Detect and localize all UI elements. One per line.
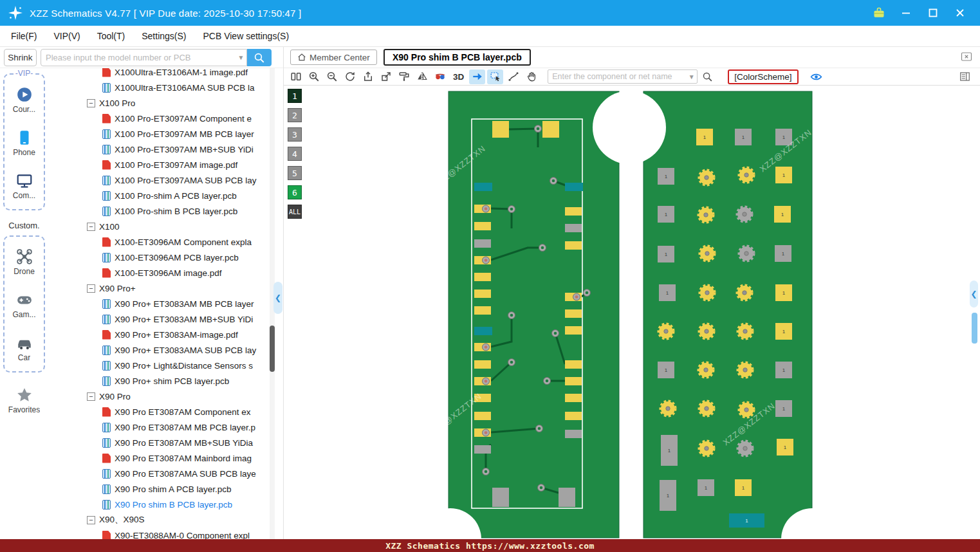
- measure-curve-icon[interactable]: [505, 69, 521, 84]
- flip-horizontal-icon[interactable]: [414, 69, 430, 84]
- tree-item[interactable]: X90 Pro shim B PCB layer.pcb: [48, 497, 270, 512]
- pcb-pad[interactable]: [474, 183, 492, 191]
- visibility-eye-icon[interactable]: [808, 69, 824, 84]
- layer-button-4[interactable]: 4: [288, 147, 302, 161]
- tree-item[interactable]: X90 Pro+ ET3083AM MB+SUB YiDi: [48, 311, 270, 327]
- member-center-button[interactable]: Member Center: [290, 50, 377, 65]
- tree-group[interactable]: −X90 Pro: [48, 389, 270, 404]
- collapse-minus-icon[interactable]: −: [87, 392, 95, 401]
- pcb-pad[interactable]: [565, 360, 582, 369]
- pcb-pad[interactable]: [474, 239, 491, 248]
- sidebar-item-cour[interactable]: Cour...: [5, 86, 44, 114]
- sidebar-item-drone[interactable]: Drone: [5, 248, 44, 276]
- tree-item[interactable]: X100 Pro-ET3097AM MB+SUB YiDi: [48, 142, 270, 157]
- tree-item[interactable]: X90 Pro ET3087AM MB+SUB YiDia: [48, 435, 270, 450]
- model-search-input[interactable]: [41, 53, 236, 62]
- tree-item[interactable]: X90 Pro ET3087AM MB PCB layer.p: [48, 419, 270, 435]
- pcb-pad[interactable]: [559, 488, 575, 507]
- pcb-pad[interactable]: [474, 222, 491, 230]
- tree-item[interactable]: X90 Pro ET3087AMA SUB PCB laye: [48, 466, 270, 481]
- layer-button-2[interactable]: 2: [288, 108, 302, 122]
- tree-item[interactable]: X90 Pro+ ET3083AM-image.pdf: [48, 327, 270, 342]
- tree-group[interactable]: −X100: [48, 219, 270, 234]
- layer-button-5[interactable]: 5: [288, 166, 302, 180]
- 3d-glasses-icon[interactable]: [432, 69, 448, 84]
- pcb-board-right[interactable]: [643, 91, 812, 538]
- pcb-pad[interactable]: [474, 445, 491, 454]
- tab-pcb-file[interactable]: X90 Pro shim B PCB layer.pcb: [384, 49, 531, 66]
- close-button[interactable]: [952, 5, 968, 21]
- search-button[interactable]: [247, 49, 272, 66]
- component-search-icon[interactable]: [699, 69, 716, 84]
- pcb-pad[interactable]: [474, 290, 491, 298]
- zoom-in-icon[interactable]: [306, 69, 322, 84]
- pcb-pad[interactable]: [474, 273, 491, 281]
- maximize-button[interactable]: [925, 5, 941, 21]
- minimize-button[interactable]: [898, 5, 914, 21]
- pcb-pad[interactable]: [492, 121, 509, 138]
- paint-roller-icon[interactable]: [396, 69, 412, 84]
- component-search-input[interactable]: [548, 72, 686, 81]
- layer-button-all[interactable]: ALL: [288, 205, 302, 219]
- chevron-down-icon[interactable]: ▼: [686, 73, 697, 80]
- colorscheme-button[interactable]: [ColorScheme]: [728, 69, 798, 84]
- tree-item[interactable]: X90 Pro ET3087AM Mainbord imag: [48, 450, 270, 466]
- zoom-out-icon[interactable]: [324, 69, 340, 84]
- tree-item[interactable]: X100 Pro-shim B PCB layer.pcb: [48, 203, 270, 219]
- tree-scrollbar-thumb[interactable]: [270, 326, 275, 372]
- tree-item[interactable]: X90 Pro+ shim PCB layer.pcb: [48, 373, 270, 389]
- sidebar-item-phone[interactable]: Phone: [5, 129, 44, 157]
- pcb-pad[interactable]: [474, 327, 492, 335]
- layer-button-6[interactable]: 6: [288, 185, 302, 199]
- pcb-pad[interactable]: [565, 394, 582, 402]
- pcb-pad[interactable]: [565, 207, 582, 216]
- menu-file[interactable]: File(F): [3, 31, 45, 41]
- right-scrollbar[interactable]: [972, 313, 977, 344]
- tree-item[interactable]: X100Ultra-ET3106AM-1 image.pdf: [48, 68, 270, 80]
- pcb-pad[interactable]: [542, 121, 559, 138]
- tree-item[interactable]: X100 Pro-ET3097AM image.pdf: [48, 157, 270, 172]
- menu-settings[interactable]: Settings(S): [133, 31, 194, 41]
- pcb-pad[interactable]: [492, 488, 509, 507]
- jump-arrow-icon[interactable]: [469, 69, 485, 84]
- tree-item[interactable]: X100 Pro-ET3097AMA SUB PCB lay: [48, 172, 270, 188]
- tree-group[interactable]: −X90、X90S: [48, 512, 270, 528]
- pcb-pad[interactable]: [474, 306, 491, 315]
- collapse-minus-icon[interactable]: −: [87, 223, 95, 231]
- tree-item[interactable]: X100 Pro-ET3097AM MB PCB layer: [48, 126, 270, 142]
- tree-item[interactable]: X90 Pro ET3087AM Component ex: [48, 404, 270, 419]
- collapse-right-handle[interactable]: ❮: [970, 281, 978, 308]
- tree-group[interactable]: −X100 Pro: [48, 95, 270, 111]
- hide-panel-icon[interactable]: [961, 51, 972, 62]
- pcb-pad[interactable]: [565, 377, 582, 385]
- tree-item[interactable]: X100 Pro-ET3097AM Component e: [48, 111, 270, 126]
- export-up-icon[interactable]: [360, 69, 376, 84]
- export-diagonal-icon[interactable]: [378, 69, 394, 84]
- sidebar-item-gam[interactable]: Gam...: [5, 291, 44, 319]
- tree-item[interactable]: X90 Pro+ ET3083AM MB PCB layer: [48, 296, 270, 311]
- layer-button-3[interactable]: 3: [288, 127, 302, 142]
- layer-panel-icon[interactable]: [959, 71, 971, 82]
- pcb-pad[interactable]: [565, 309, 582, 318]
- split-view-icon[interactable]: [288, 69, 304, 84]
- pcb-pad[interactable]: [565, 412, 582, 420]
- collapse-tree-handle[interactable]: ❮: [273, 282, 282, 314]
- pcb-pad[interactable]: [474, 412, 491, 420]
- pcb-canvas[interactable]: 111111111111111111111XZZ@XZZTXNXZZ@XZZTX…: [284, 86, 980, 539]
- tree-item[interactable]: X100 Pro-shim A PCB layer.pcb: [48, 188, 270, 203]
- sidebar-item-car[interactable]: Car: [5, 335, 44, 362]
- sidebar-item-com[interactable]: Com...: [5, 172, 44, 200]
- pcb-pad[interactable]: [474, 360, 491, 369]
- collapse-minus-icon[interactable]: −: [87, 516, 95, 524]
- rotate-icon[interactable]: [342, 69, 358, 84]
- tree-group[interactable]: −X90 Pro+: [48, 281, 270, 296]
- tree-item[interactable]: X100-ET3096AM PCB layer.pcb: [48, 250, 270, 265]
- pcb-pad[interactable]: [565, 241, 582, 250]
- sidebar-item-favorites[interactable]: Favorites: [0, 387, 48, 414]
- tree-item[interactable]: X90 Pro+ Light&Distance Sensors s: [48, 358, 270, 373]
- tree-item[interactable]: X100Ultra-ET3106AMA SUB PCB la: [48, 80, 270, 95]
- license-briefcase-icon[interactable]: [871, 5, 887, 21]
- pan-hand-icon[interactable]: [523, 69, 539, 84]
- 3d-view-button[interactable]: 3D: [450, 72, 467, 82]
- menu-vip[interactable]: VIP(V): [45, 31, 88, 41]
